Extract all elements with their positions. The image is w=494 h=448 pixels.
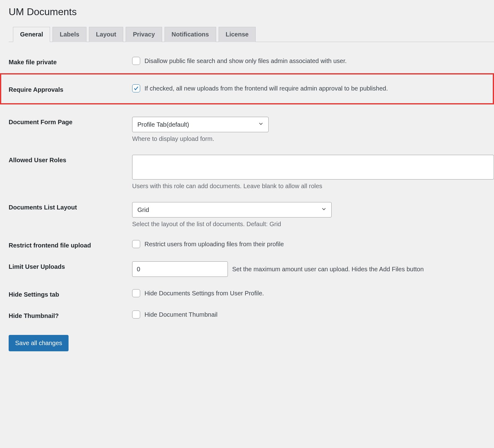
label-restrict-frontend-upload: Restrict frontend file upload <box>9 240 132 249</box>
desc-hide-settings-tab: Hide Documents Settings from User Profil… <box>144 290 264 297</box>
label-document-form-page: Document Form Page <box>9 117 132 126</box>
label-documents-list-layout: Documents List Layout <box>9 202 132 211</box>
select-value-documents-list-layout: Grid <box>137 206 149 213</box>
settings-tabs: General Labels Layout Privacy Notificati… <box>9 27 494 42</box>
label-make-file-private: Make file private <box>9 57 132 66</box>
tab-privacy[interactable]: Privacy <box>126 27 162 42</box>
checkbox-make-file-private[interactable] <box>132 57 140 65</box>
checkbox-hide-thumbnail[interactable] <box>132 311 140 319</box>
tab-general[interactable]: General <box>13 27 50 42</box>
chevron-down-icon <box>258 121 264 129</box>
select-document-form-page[interactable]: Profile Tab(default) <box>132 117 269 132</box>
help-documents-list-layout: Select the layout of the list of documen… <box>132 221 494 228</box>
save-button[interactable]: Save all changes <box>9 335 69 351</box>
label-limit-user-uploads: Limit User Uploads <box>9 261 132 270</box>
value-limit-user-uploads: 0 <box>137 266 140 273</box>
help-allowed-user-roles: Users with this role can add documents. … <box>132 183 494 190</box>
select-documents-list-layout[interactable]: Grid <box>132 202 332 218</box>
checkbox-restrict-frontend-upload[interactable] <box>132 240 140 248</box>
select-value-document-form-page: Profile Tab(default) <box>137 121 189 128</box>
checkbox-require-approvals[interactable] <box>132 84 140 92</box>
help-document-form-page: Where to display upload form. <box>132 135 494 142</box>
input-limit-user-uploads[interactable]: 0 <box>132 261 228 277</box>
label-require-approvals: Require Approvals <box>9 84 132 93</box>
desc-restrict-frontend-upload: Restrict users from uploading files from… <box>144 241 284 248</box>
label-hide-settings-tab: Hide Settings tab <box>9 289 132 298</box>
input-allowed-user-roles[interactable] <box>132 155 494 180</box>
desc-require-approvals: If checked, all new uploads from the fro… <box>144 85 388 92</box>
tab-notifications[interactable]: Notifications <box>165 27 216 42</box>
chevron-down-icon <box>321 206 327 214</box>
tab-layout[interactable]: Layout <box>89 27 124 42</box>
checkbox-hide-settings-tab[interactable] <box>132 289 140 297</box>
desc-make-file-private: Disallow public file search and show onl… <box>144 57 347 65</box>
desc-hide-thumbnail: Hide Document Thumbnail <box>144 311 217 318</box>
tab-license[interactable]: License <box>219 27 256 42</box>
label-hide-thumbnail: Hide Thumbnail? <box>9 311 132 319</box>
desc-limit-user-uploads: Set the maximum amount user can upload. … <box>232 266 424 273</box>
label-allowed-user-roles: Allowed User Roles <box>9 155 132 164</box>
page-title: UM Documents <box>9 6 494 18</box>
tab-labels[interactable]: Labels <box>52 27 86 42</box>
